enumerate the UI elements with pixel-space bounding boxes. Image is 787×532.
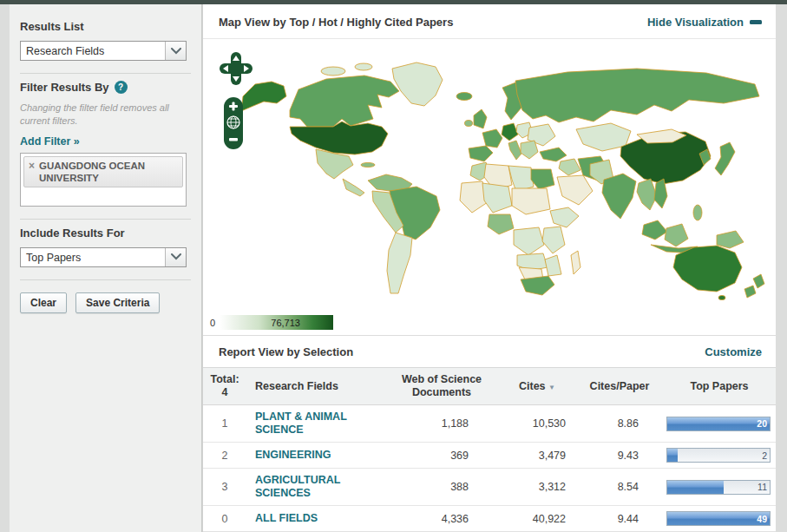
chevron-down-icon xyxy=(165,42,186,60)
world-map-visualization[interactable]: 0 76,713 xyxy=(203,39,776,335)
top-papers-bar-fill xyxy=(667,449,678,462)
map-region-turkey[interactable] xyxy=(540,148,567,161)
map-region-japan[interactable] xyxy=(715,142,735,175)
documents-value: 369 xyxy=(385,443,498,469)
map-region-philippines[interactable] xyxy=(693,205,702,220)
map-controls xyxy=(219,51,253,150)
total-header: Total: 4 xyxy=(203,368,246,405)
map-region-caribbean[interactable] xyxy=(361,162,375,167)
map-region-saudi-arabia[interactable] xyxy=(557,175,593,205)
remove-filter-icon[interactable]: × xyxy=(29,160,35,185)
top-papers-bar: 2 xyxy=(666,448,771,463)
map-region-new-guinea[interactable] xyxy=(717,231,744,248)
map-region-tasmania[interactable] xyxy=(718,295,725,299)
field-link[interactable]: ENGINEERING xyxy=(255,449,331,462)
map-region-borneo[interactable] xyxy=(665,224,688,246)
map-region-germany[interactable] xyxy=(502,123,518,141)
map-region-madagascar[interactable] xyxy=(571,251,580,274)
map-region-italy[interactable] xyxy=(508,141,521,160)
map-region-iraq-syria[interactable] xyxy=(559,159,580,175)
map-region-congo[interactable] xyxy=(514,227,544,255)
map-region-balkans[interactable] xyxy=(521,141,538,159)
top-papers-bar-fill xyxy=(667,417,770,430)
clear-button[interactable]: Clear xyxy=(20,292,67,313)
active-filters-box: × GUANGDONG OCEAN UNIVERSITY xyxy=(20,153,187,207)
column-header-research-fields[interactable]: Research Fields xyxy=(246,368,385,405)
report-view-title: Report View by Selection xyxy=(219,345,353,358)
map-region-russia[interactable] xyxy=(515,69,759,122)
world-map[interactable] xyxy=(203,43,776,310)
map-region-spain-portugal[interactable] xyxy=(469,146,493,161)
map-region-argentina-chile[interactable] xyxy=(387,233,412,293)
sort-descending-icon: ▼ xyxy=(548,384,555,391)
filter-section: Filter Results By ? Changing the filter … xyxy=(20,74,191,220)
include-results-heading: Include Results For xyxy=(20,227,191,240)
table-row: 2 ENGINEERING 369 3,479 9.43 2 xyxy=(203,443,776,469)
map-region-chad-sudan[interactable] xyxy=(512,188,550,214)
map-region-malaysia-sumatra[interactable] xyxy=(642,220,667,240)
top-papers-value: 49 xyxy=(757,514,767,524)
map-legend: 0 76,713 xyxy=(210,315,333,330)
map-view-title: Map View by Top / Hot / Highly Cited Pap… xyxy=(219,16,453,29)
map-region-libya[interactable] xyxy=(508,166,534,192)
include-results-section: Include Results For Top Papers xyxy=(20,220,191,280)
top-papers-bar-fill xyxy=(667,481,724,494)
column-header-cites[interactable]: Cites ▼ xyxy=(498,368,576,405)
map-region-mozambique[interactable] xyxy=(545,255,561,276)
top-papers-bar: 20 xyxy=(666,417,771,431)
map-region-kenya-tanzania[interactable] xyxy=(542,227,565,253)
field-link[interactable]: ALL FIELDS xyxy=(255,512,318,525)
map-region-myanmar-thailand[interactable] xyxy=(637,179,657,210)
map-region-new-zealand[interactable] xyxy=(753,274,764,288)
table-row: 0 ALL FIELDS 4,336 40,922 9.44 49 xyxy=(203,506,776,532)
column-header-top-papers[interactable]: Top Papers xyxy=(663,368,776,405)
collapse-icon xyxy=(750,20,762,24)
hide-visualization-link[interactable]: Hide Visualization xyxy=(647,16,762,29)
map-pan-control[interactable] xyxy=(219,51,253,86)
map-region-uk[interactable] xyxy=(474,109,487,128)
table-row: 1 PLANT & ANIMAL SCIENCE 1,188 10,530 8.… xyxy=(203,405,776,443)
map-region-ireland[interactable] xyxy=(465,121,473,127)
map-region-arctic-islands[interactable] xyxy=(321,67,345,76)
map-region-nigeria[interactable] xyxy=(488,214,514,234)
save-criteria-button[interactable]: Save Criteria xyxy=(75,292,160,313)
include-results-dropdown[interactable]: Top Papers xyxy=(20,247,187,267)
cites-value: 40,922 xyxy=(498,506,576,532)
map-zoom-control[interactable] xyxy=(223,96,244,150)
filter-heading: Filter Results By ? xyxy=(20,81,191,94)
top-papers-bar: 49 xyxy=(666,511,771,526)
help-icon[interactable]: ? xyxy=(115,81,128,94)
top-papers-bar-fill xyxy=(667,512,770,525)
map-region-arctic-islands[interactable] xyxy=(355,63,372,70)
total-label: Total: xyxy=(207,373,243,386)
add-filter-link[interactable]: Add Filter » xyxy=(20,135,80,148)
field-link[interactable]: AGRICULTURAL SCIENCES xyxy=(255,474,382,500)
map-region-new-zealand-south[interactable] xyxy=(744,286,756,298)
map-region-south-africa[interactable] xyxy=(521,276,554,295)
top-papers-bar: 11 xyxy=(666,480,771,495)
column-header-cites-per-paper[interactable]: Cites/Paper xyxy=(576,368,663,405)
sidebar: Results List Research Fields Filter Resu… xyxy=(0,4,202,532)
chevron-down-icon xyxy=(165,248,186,266)
results-list-dropdown[interactable]: Research Fields xyxy=(20,41,187,61)
zoom-out-button[interactable] xyxy=(229,138,238,141)
customize-link[interactable]: Customize xyxy=(705,345,762,358)
map-region-egypt[interactable] xyxy=(531,169,554,189)
results-table: Total: 4 Research Fields Web of Science … xyxy=(203,367,776,532)
map-region-central-america[interactable] xyxy=(343,179,364,196)
legend-max-value: 76,713 xyxy=(271,318,300,328)
map-region-ethiopia-horn[interactable] xyxy=(550,207,579,227)
column-header-documents[interactable]: Web of Science Documents xyxy=(385,368,498,405)
map-region-india[interactable] xyxy=(602,174,636,219)
map-region-australia[interactable] xyxy=(673,246,742,292)
map-region-usa[interactable] xyxy=(290,122,388,154)
cites-value: 3,312 xyxy=(498,469,576,506)
map-region-mali-niger[interactable] xyxy=(482,183,512,213)
field-link[interactable]: PLANT & ANIMAL SCIENCE xyxy=(255,410,382,437)
map-region-france[interactable] xyxy=(482,129,502,148)
map-region-canada[interactable] xyxy=(290,76,399,127)
table-row: 3 AGRICULTURAL SCIENCES 388 3,312 8.54 1… xyxy=(203,469,776,506)
map-region-iceland[interactable] xyxy=(456,93,472,101)
map-region-greenland[interactable] xyxy=(392,62,443,106)
row-rank: 2 xyxy=(203,443,246,469)
